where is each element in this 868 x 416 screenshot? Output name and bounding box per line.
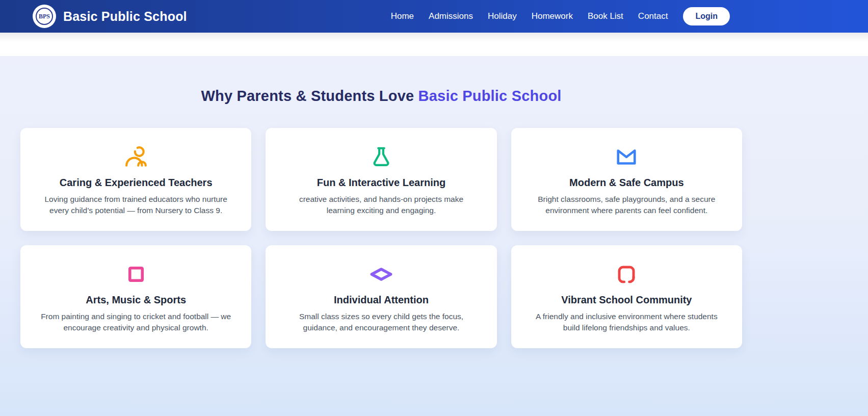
feature-card-campus: Modern & Safe Campus Bright classrooms, …	[511, 128, 742, 231]
subnav-strip	[0, 33, 868, 56]
login-button[interactable]: Login	[683, 7, 730, 25]
section-heading: Why Parents & Students Love Basic Public…	[20, 88, 742, 105]
features-section: Why Parents & Students Love Basic Public…	[0, 56, 868, 416]
heading-highlight: Basic Public School	[418, 88, 562, 104]
users-icon	[39, 145, 233, 169]
card-title: Individual Attention	[284, 294, 478, 306]
square-icon	[39, 263, 233, 286]
feature-card-teachers: Caring & Experienced Teachers Loving gui…	[20, 128, 251, 231]
feature-card-community: Vibrant School Community A friendly and …	[511, 245, 742, 348]
flask-icon	[284, 145, 478, 169]
card-description: A friendly and inclusive environment whe…	[530, 311, 724, 334]
feature-card-attention: Individual Attention Small class sizes s…	[266, 245, 496, 348]
nav-links: Home Admissions Holiday Homework Book Li…	[391, 11, 668, 21]
nav-link-book-list[interactable]: Book List	[588, 11, 623, 21]
card-title: Fun & Interactive Learning	[284, 177, 478, 189]
heading-prefix: Why Parents & Students Love	[201, 88, 418, 104]
rounded-bracket-icon	[530, 263, 724, 286]
feature-card-arts: Arts, Music & Sports From painting and s…	[20, 245, 251, 348]
card-description: creative activities, and hands-on projec…	[284, 194, 478, 217]
card-title: Modern & Safe Campus	[530, 177, 724, 189]
feature-cards-grid: Caring & Experienced Teachers Loving gui…	[20, 128, 742, 348]
brand[interactable]: BPS Basic Public School	[33, 5, 187, 28]
nav-link-home[interactable]: Home	[391, 11, 414, 21]
card-title: Vibrant School Community	[530, 294, 724, 306]
card-description: Loving guidance from trained educators w…	[39, 194, 233, 217]
feature-card-learning: Fun & Interactive Learning creative acti…	[266, 128, 496, 231]
school-logo-icon: BPS	[33, 5, 56, 28]
envelope-icon	[530, 145, 724, 169]
card-description: From painting and singing to cricket and…	[39, 311, 233, 334]
card-title: Arts, Music & Sports	[39, 294, 233, 306]
diamond-icon	[284, 263, 478, 286]
top-navbar: BPS Basic Public School Home Admissions …	[0, 0, 868, 33]
card-description: Small class sizes so every child gets th…	[284, 311, 478, 334]
nav-link-admissions[interactable]: Admissions	[429, 11, 473, 21]
nav-link-contact[interactable]: Contact	[638, 11, 668, 21]
logo-monogram: BPS	[36, 8, 53, 25]
card-description: Bright classrooms, safe playgrounds, and…	[530, 194, 724, 217]
nav-link-homework[interactable]: Homework	[532, 11, 573, 21]
nav-link-holiday[interactable]: Holiday	[488, 11, 517, 21]
brand-name: Basic Public School	[63, 9, 187, 24]
card-title: Caring & Experienced Teachers	[39, 177, 233, 189]
